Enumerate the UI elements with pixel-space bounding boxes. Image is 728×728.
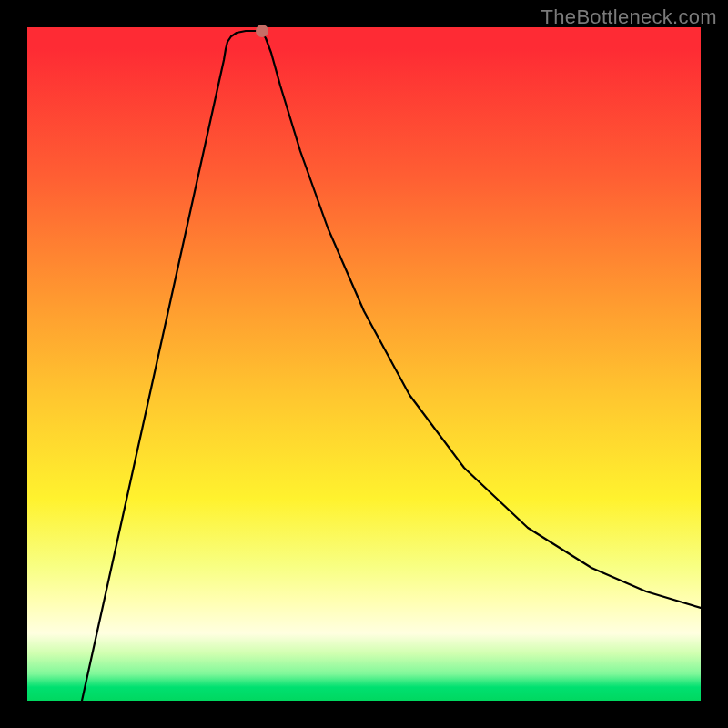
bottleneck-curve (82, 31, 701, 701)
watermark-text: TheBottleneck.com (541, 5, 717, 29)
minimum-marker-icon (256, 25, 268, 37)
plot-area (27, 27, 701, 701)
chart-frame: TheBottleneck.com (0, 0, 728, 728)
curve-svg (27, 27, 701, 701)
